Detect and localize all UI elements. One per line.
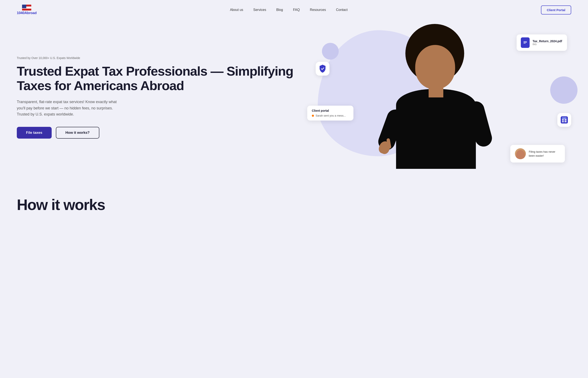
calc-btn-4: [564, 121, 567, 122]
calc-btn-2: [564, 119, 567, 120]
logo-flag: [22, 5, 31, 11]
woman-face: [415, 45, 455, 89]
calc-display: [562, 118, 567, 119]
testimonial-text: Filing taxes has never been easier!: [529, 150, 560, 158]
notification-dot: [312, 115, 314, 117]
how-it-works-title: How it works: [17, 196, 571, 213]
nav-links: About us Services Blog FAQ Resources Con…: [230, 8, 347, 12]
hero-buttons: File taxes How it works?: [17, 127, 297, 139]
hero-left: Trusted by Over 10,000+ U.S. Expats Worl…: [17, 56, 305, 139]
testimonial-card: Filing taxes has never been easier!: [510, 145, 565, 162]
hero-right: Tax_Return_2024.pdf 8kb Client portal Sa…: [305, 26, 571, 169]
testimonial-avatar: [515, 148, 526, 159]
woman-body: [396, 89, 476, 169]
how-it-works-button[interactable]: How it works?: [56, 127, 99, 139]
hero-title: Trusted Expat Tax Professionals — Simpli…: [17, 64, 297, 93]
logo-text-light: Abroad: [25, 11, 37, 15]
nav-contact[interactable]: Contact: [336, 8, 347, 12]
nav-resources[interactable]: Resources: [310, 8, 326, 12]
woman-art: [384, 34, 488, 169]
nav-faq[interactable]: FAQ: [293, 8, 300, 12]
navbar: 1040Abroad About us Services Blog FAQ Re…: [0, 0, 588, 20]
logo[interactable]: 1040Abroad: [17, 5, 37, 15]
file-size: 8kb: [533, 43, 562, 46]
nav-services[interactable]: Services: [253, 8, 266, 12]
avatar-art: [516, 150, 525, 159]
hero-tagline: Trusted by Over 10,000+ U.S. Expats Worl…: [17, 56, 297, 60]
how-it-works-section: How it works: [0, 184, 588, 217]
client-portal-button[interactable]: Client Portal: [541, 5, 571, 14]
pointing-finger: [387, 138, 391, 149]
hero-section: Trusted by Over 10,000+ U.S. Expats Worl…: [0, 20, 588, 184]
hero-person: [384, 34, 488, 169]
nav-about[interactable]: About us: [230, 8, 243, 12]
nav-blog[interactable]: Blog: [276, 8, 283, 12]
file-taxes-button[interactable]: File taxes: [17, 127, 52, 139]
file-info: Tax_Return_2024.pdf 8kb: [533, 40, 562, 46]
hero-subtitle: Transparent, flat-rate expat tax service…: [17, 99, 126, 118]
calculator-icon: [561, 116, 568, 123]
logo-text: 1040Abroad: [17, 11, 37, 15]
portal-text: Sarah sent you a mess...: [316, 114, 346, 117]
file-card: Tax_Return_2024.pdf 8kb: [517, 34, 567, 51]
portal-title: Client portal: [312, 109, 349, 112]
blob-small-tl: [322, 43, 339, 60]
shield-icon: [319, 64, 326, 73]
file-name: Tax_Return_2024.pdf: [533, 40, 562, 43]
calc-btn-1: [562, 119, 564, 120]
portal-message: Sarah sent you a mess...: [312, 114, 349, 117]
blob-circle-right: [550, 76, 577, 104]
calculator-card: [557, 113, 571, 127]
portal-card: Client portal Sarah sent you a mess...: [307, 106, 353, 121]
file-icon: [521, 37, 530, 48]
calc-btn-3: [562, 121, 564, 122]
shield-card: [316, 62, 330, 76]
